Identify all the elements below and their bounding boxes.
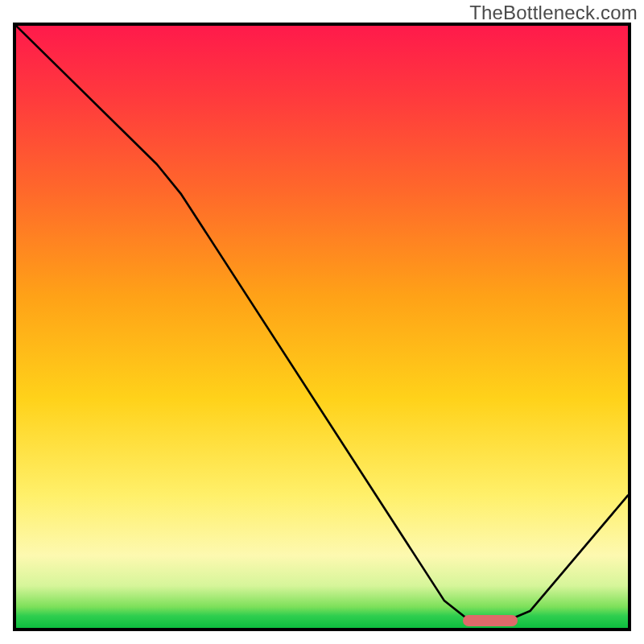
chart-frame bbox=[13, 23, 631, 631]
watermark-label: TheBottleneck.com bbox=[469, 2, 638, 24]
bottleneck-curve bbox=[16, 26, 628, 628]
curve-path bbox=[16, 26, 628, 621]
optimal-range-marker bbox=[463, 615, 518, 626]
